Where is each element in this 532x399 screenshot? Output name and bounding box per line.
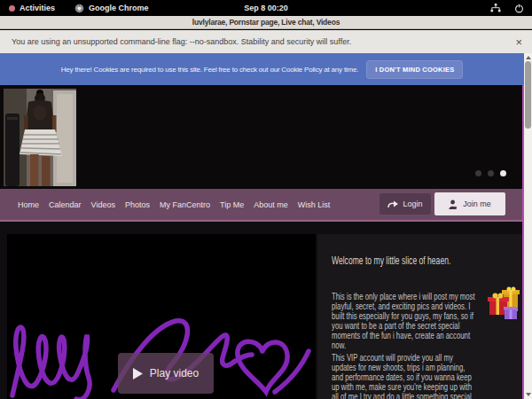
carousel-dot-3[interactable] (500, 170, 506, 176)
play-icon (133, 368, 143, 379)
nav-item-home[interactable]: Home (18, 200, 39, 209)
gnome-top-bar: Activities Google Chrome Sep 8 00:20 (0, 0, 532, 16)
gift-icon[interactable] (488, 286, 523, 325)
site-navbar: Home Calendar Videos Photos My FanCentro… (0, 189, 522, 222)
hero-header (0, 85, 522, 189)
cookie-accept-button[interactable]: I DON'T MIND COOKIES (366, 60, 463, 79)
activities-button[interactable]: Activities (9, 4, 55, 12)
scroll-down-icon[interactable] (526, 393, 531, 396)
join-label: Join me (463, 200, 491, 208)
nav-item-tip-me[interactable]: Tip Me (220, 200, 244, 209)
scrollbar-thumb[interactable] (525, 61, 531, 129)
person-icon (449, 200, 458, 209)
play-video-button[interactable]: Play video (118, 353, 214, 394)
window-title-bar: luvlylarae, Pornstar page, Live chat, Vi… (0, 16, 532, 29)
nav-item-my-fancentro[interactable]: My FanCentro (160, 200, 210, 209)
system-status-area (490, 4, 524, 13)
chrome-infobar: You are using an unsupported command-lin… (0, 30, 532, 53)
nav-item-wish-list[interactable]: Wish List (298, 200, 331, 209)
activities-label: Activities (20, 4, 55, 12)
hero-photo (4, 89, 76, 186)
vip-paragraph: This VIP account will provide you all my… (332, 354, 472, 399)
cookie-banner: Hey there! Cookies are required to use t… (0, 53, 524, 85)
welcome-heading: Welcome to my little slice of heaen. (332, 254, 450, 267)
video-player[interactable]: Play video (7, 234, 316, 399)
carousel-dot-2[interactable] (488, 170, 494, 176)
nav-item-photos[interactable]: Photos (125, 200, 150, 209)
nav-item-about-me[interactable]: About me (254, 200, 288, 209)
screen: Activities Google Chrome Sep 8 00:20 luv… (0, 0, 532, 399)
clock-label: Sep 8 00:20 (244, 4, 288, 12)
window-title: luvlylarae, Pornstar page, Live chat, Vi… (192, 18, 340, 27)
join-button[interactable]: Join me (434, 192, 505, 215)
scrollbar[interactable] (524, 53, 532, 399)
clock-button[interactable]: Sep 8 00:20 (244, 4, 288, 12)
play-video-label: Play video (150, 367, 199, 379)
main-content: Play video Welcome to my little slice of… (0, 222, 522, 399)
carousel-dots (475, 170, 506, 176)
intro-paragraph: This is the only place where i will post… (332, 293, 475, 350)
webpage: Home Calendar Videos Photos My FanCentro… (0, 85, 524, 399)
infobar-message: You are using an unsupported command-lin… (12, 37, 351, 46)
network-icon[interactable] (490, 4, 501, 12)
chrome-icon (74, 4, 84, 13)
scroll-up-icon[interactable] (526, 56, 531, 59)
status-dot-icon (9, 5, 15, 12)
cookie-message: Hey there! Cookies are required to use t… (61, 66, 359, 74)
app-menu-label: Google Chrome (89, 4, 149, 12)
app-menu-button[interactable]: Google Chrome (74, 4, 149, 13)
login-button[interactable]: Login (379, 193, 431, 215)
power-icon[interactable] (514, 4, 524, 13)
carousel-dot-1[interactable] (475, 170, 481, 176)
nav-item-calendar[interactable]: Calendar (49, 200, 82, 209)
close-icon[interactable]: × (515, 36, 522, 48)
login-arrow-icon (387, 200, 398, 208)
nav-item-videos[interactable]: Videos (91, 200, 115, 209)
login-label: Login (403, 200, 422, 208)
